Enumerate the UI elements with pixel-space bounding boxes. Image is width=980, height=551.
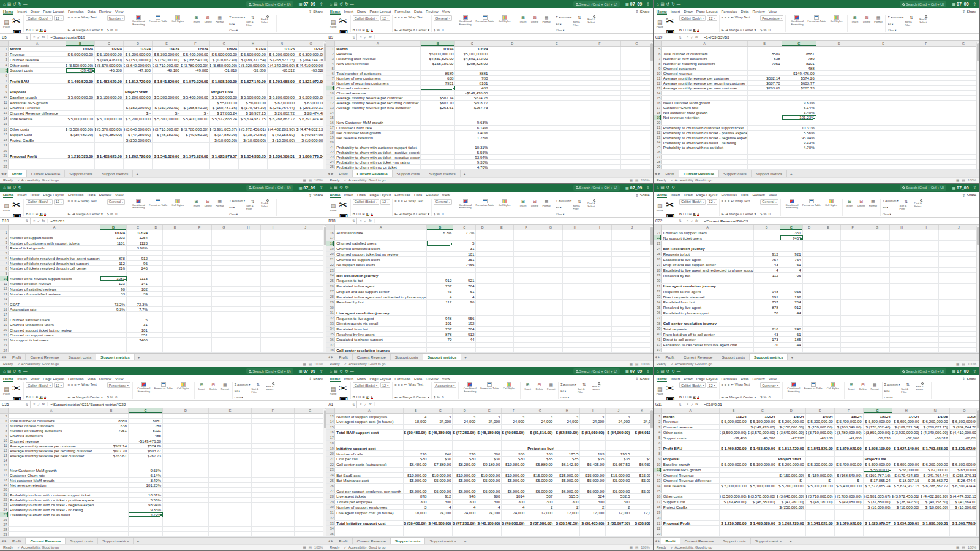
redo-icon[interactable]: ↻	[345, 185, 348, 190]
cell[interactable]	[502, 515, 526, 520]
cell[interactable]	[948, 165, 979, 169]
cell[interactable]	[261, 343, 285, 348]
sheet-nav-left-icon[interactable]: ◀	[655, 355, 657, 359]
cell[interactable]	[754, 241, 780, 246]
cell[interactable]	[865, 278, 890, 283]
cell[interactable]	[209, 527, 252, 531]
cell[interactable]	[816, 337, 841, 342]
minimize-icon[interactable]: —	[677, 185, 681, 190]
cell[interactable]: 638	[421, 76, 455, 80]
cell[interactable]	[163, 532, 209, 536]
sheet-nav-left-icon[interactable]: ◀	[328, 172, 330, 175]
cell[interactable]	[428, 526, 453, 531]
row-header[interactable]: 8	[0, 266, 9, 270]
cell[interactable]: $ (39,480.00)	[720, 500, 748, 504]
row-header[interactable]: 18	[654, 110, 662, 115]
find-select-button[interactable]: Find & Select	[919, 15, 933, 32]
cell[interactable]: 12,000	[554, 510, 580, 515]
find-select-button[interactable]: Find & Select	[266, 382, 280, 399]
cell[interactable]: 7951	[421, 81, 455, 85]
cell[interactable]	[295, 503, 326, 507]
cell[interactable]: $582.14	[94, 444, 129, 448]
cell[interactable]	[662, 515, 720, 520]
currency-format-icon[interactable]: $	[107, 28, 109, 32]
save-icon[interactable]: ▤	[334, 369, 337, 374]
cell[interactable]	[149, 322, 163, 327]
cell[interactable]: Probability to churn with cs ticket - no…	[9, 507, 94, 512]
cell[interactable]	[538, 252, 563, 257]
search-input[interactable]: Search (Cmd + Ctrl + U)	[573, 368, 620, 374]
cell[interactable]	[816, 321, 841, 326]
cell[interactable]: Churned support ticket but no review	[9, 327, 100, 332]
cell[interactable]	[153, 143, 181, 148]
cell[interactable]	[95, 164, 124, 169]
cell[interactable]	[236, 230, 261, 235]
cell[interactable]: 1/1/24	[421, 47, 455, 51]
cell[interactable]: 43	[427, 289, 453, 294]
cell[interactable]: $ (3,920,000.00)	[239, 63, 268, 67]
row-header[interactable]: 11	[0, 444, 9, 448]
indent-left-icon[interactable]: ⇤	[722, 212, 725, 216]
cell[interactable]: $ 5,500,000.00	[210, 52, 239, 57]
cell[interactable]	[209, 507, 252, 512]
cell[interactable]	[153, 100, 181, 105]
column-header[interactable]: H	[239, 41, 268, 46]
cell[interactable]	[163, 458, 209, 463]
align-right-icon[interactable]: ≡	[74, 382, 76, 386]
cell[interactable]	[841, 241, 865, 246]
cell[interactable]	[580, 484, 606, 488]
row-header[interactable]: 19	[0, 143, 9, 148]
zoom-level[interactable]: 100%	[314, 178, 323, 182]
cell[interactable]: Churned customers	[335, 86, 421, 90]
cell[interactable]: 8101	[455, 81, 489, 85]
row-header[interactable]: 33	[326, 321, 335, 326]
cell[interactable]	[748, 150, 782, 154]
cell[interactable]	[428, 468, 453, 473]
cell[interactable]: 70	[754, 310, 780, 315]
ribbon-tab-insert[interactable]: Insert	[671, 9, 680, 15]
cell[interactable]: $6,000.00	[526, 488, 554, 493]
cell[interactable]	[578, 81, 621, 85]
cell[interactable]	[187, 272, 212, 276]
cell[interactable]	[127, 312, 149, 316]
cell[interactable]	[489, 257, 514, 262]
cell[interactable]: 4	[554, 414, 580, 419]
minimize-icon[interactable]: —	[677, 369, 681, 374]
cell[interactable]	[587, 289, 612, 294]
cell[interactable]	[835, 531, 864, 536]
cell[interactable]	[163, 317, 187, 322]
page-layout-view-icon[interactable]: ▤	[309, 178, 312, 182]
cell[interactable]	[236, 312, 261, 316]
cell[interactable]: $ (37,880.00)	[864, 500, 892, 504]
row-header[interactable]: 34	[326, 526, 335, 531]
cell[interactable]	[803, 252, 816, 257]
cell[interactable]	[149, 343, 163, 348]
cell[interactable]	[149, 261, 163, 265]
cell[interactable]	[476, 310, 489, 315]
cell[interactable]	[127, 343, 149, 348]
sheet-tab-support-costs[interactable]: Support costs	[64, 354, 97, 360]
cell[interactable]: $ (10,000.00)	[296, 137, 326, 142]
font-color-icon[interactable]: A	[697, 28, 699, 32]
cell[interactable]: -$149,476.00	[129, 438, 163, 443]
cell[interactable]: $ 5,000,000.00	[66, 116, 95, 121]
cell[interactable]	[252, 512, 295, 517]
cell[interactable]: Call center resolution journey	[662, 321, 754, 326]
cell[interactable]	[124, 148, 153, 153]
font-name-select[interactable]: Calibri (Body)▾	[679, 382, 706, 388]
row-header[interactable]: 17	[654, 105, 662, 110]
cell[interactable]: 1/3/24	[777, 414, 806, 419]
cell[interactable]	[295, 507, 326, 512]
column-header[interactable]: E	[163, 225, 187, 230]
cell[interactable]: 9.33%	[782, 140, 816, 145]
cell[interactable]	[212, 302, 236, 306]
cell[interactable]: $ (3,570,000.00)	[95, 63, 124, 67]
cell[interactable]: Project Start	[777, 457, 806, 462]
cell[interactable]	[587, 252, 612, 257]
cell[interactable]: $ 1,541,820.00	[806, 446, 835, 451]
cell[interactable]: $ (3,780,000.00)	[835, 430, 864, 435]
row-header[interactable]: 4	[654, 430, 662, 435]
row-header[interactable]: 37	[654, 316, 662, 321]
cell[interactable]: $ (168,540.00)	[181, 57, 210, 62]
cell[interactable]: 24,000	[428, 510, 453, 515]
